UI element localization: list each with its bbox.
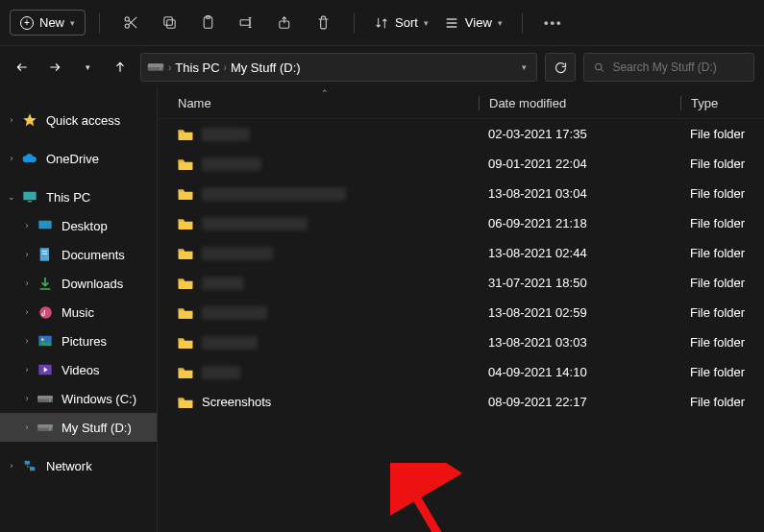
svg-point-18 bbox=[39, 306, 52, 319]
sidebar-item-network[interactable]: › Network bbox=[0, 451, 157, 480]
chevron-down-icon: ▾ bbox=[498, 18, 503, 28]
svg-point-0 bbox=[125, 17, 129, 21]
table-row[interactable]: 04-09-2021 14:10File folder bbox=[158, 357, 764, 387]
arrow-up-icon bbox=[113, 60, 127, 74]
address-bar[interactable]: › This PC› My Stuff (D:) ▾ bbox=[140, 53, 537, 82]
file-name: Screenshots bbox=[202, 395, 271, 409]
clipboard-icon bbox=[200, 14, 216, 31]
sidebar-item-my-stuff-d[interactable]: › My Stuff (D:) bbox=[0, 413, 157, 442]
addr-dropdown[interactable]: ▾ bbox=[518, 62, 530, 72]
chevron-right-icon: › bbox=[224, 62, 227, 73]
svg-point-20 bbox=[41, 338, 44, 341]
sidebar-item-pictures[interactable]: › Pictures bbox=[0, 326, 157, 355]
folder-icon bbox=[177, 217, 194, 230]
sidebar-item-downloads[interactable]: › Downloads bbox=[0, 269, 157, 298]
folder-icon bbox=[177, 247, 194, 260]
view-button[interactable]: View ▾ bbox=[438, 12, 508, 35]
table-row[interactable]: 13-08-2021 03:04File folder bbox=[158, 179, 764, 208]
chevron-right-icon: › bbox=[21, 221, 33, 230]
sidebar-item-videos[interactable]: › Videos bbox=[0, 355, 157, 384]
table-row[interactable]: 13-08-2021 02:59File folder bbox=[158, 298, 764, 327]
column-date[interactable]: Date modified bbox=[479, 96, 680, 110]
table-row[interactable]: Screenshots08-09-2021 22:17File folder bbox=[158, 387, 764, 417]
table-row[interactable]: 31-07-2021 18:50File folder bbox=[158, 268, 764, 298]
cut-button[interactable] bbox=[113, 8, 148, 38]
sidebar-item-quick-access[interactable]: › Quick access bbox=[0, 106, 157, 134]
chevron-right-icon: › bbox=[168, 62, 171, 73]
svg-point-24 bbox=[49, 399, 51, 401]
chevron-right-icon: › bbox=[21, 278, 33, 288]
sidebar-item-this-pc[interactable]: ⌄ This PC bbox=[0, 182, 157, 211]
file-type: File folder bbox=[680, 305, 764, 320]
folder-icon bbox=[177, 128, 194, 141]
search-box[interactable] bbox=[583, 53, 754, 82]
back-button[interactable] bbox=[10, 55, 35, 80]
column-name[interactable]: Name bbox=[171, 96, 479, 110]
svg-line-30 bbox=[405, 477, 486, 532]
breadcrumb-root[interactable]: This PC› bbox=[175, 60, 227, 75]
file-date: 04-09-2021 14:10 bbox=[479, 365, 680, 379]
svg-rect-12 bbox=[23, 192, 36, 201]
chevron-down-icon: ⌄ bbox=[6, 192, 17, 202]
redacted-name bbox=[202, 306, 267, 320]
table-row[interactable]: 13-08-2021 03:03File folder bbox=[158, 327, 764, 357]
new-button[interactable]: + New ▾ bbox=[10, 10, 86, 36]
svg-rect-17 bbox=[42, 254, 47, 254]
search-input[interactable] bbox=[612, 60, 744, 74]
annotation-arrow-icon bbox=[390, 463, 505, 532]
folder-icon bbox=[177, 396, 194, 409]
share-button[interactable] bbox=[267, 8, 302, 38]
redacted-name bbox=[202, 247, 273, 260]
separator bbox=[354, 12, 355, 34]
rename-button[interactable] bbox=[229, 8, 263, 38]
chevron-right-icon: › bbox=[6, 461, 17, 471]
svg-rect-6 bbox=[240, 20, 250, 26]
table-row[interactable]: 09-01-2021 22:04File folder bbox=[158, 149, 764, 179]
svg-rect-16 bbox=[42, 251, 47, 252]
chevron-down-icon: ▾ bbox=[424, 18, 429, 28]
breadcrumb-current[interactable]: My Stuff (D:) bbox=[231, 60, 301, 75]
separator bbox=[522, 12, 523, 34]
forward-button[interactable] bbox=[42, 55, 67, 80]
plus-circle-icon: + bbox=[20, 16, 34, 30]
file-date: 09-01-2021 22:04 bbox=[479, 157, 680, 171]
table-row[interactable]: 13-08-2021 02:44File folder bbox=[158, 238, 764, 268]
file-date: 13-08-2021 03:03 bbox=[479, 335, 680, 350]
recent-button[interactable]: ▾ bbox=[75, 55, 100, 80]
sidebar-item-onedrive[interactable]: › OneDrive bbox=[0, 144, 157, 173]
delete-button[interactable] bbox=[306, 8, 340, 38]
svg-rect-14 bbox=[38, 221, 51, 230]
file-date: 02-03-2021 17:35 bbox=[479, 127, 680, 141]
copy-button[interactable] bbox=[152, 8, 186, 38]
up-button[interactable] bbox=[108, 55, 133, 80]
desktop-icon bbox=[37, 217, 54, 234]
drive-icon bbox=[37, 390, 54, 407]
chevron-down-icon: ▾ bbox=[86, 62, 90, 72]
sort-button[interactable]: Sort ▾ bbox=[368, 12, 434, 35]
paste-button[interactable] bbox=[190, 8, 225, 38]
file-type: File folder bbox=[680, 186, 764, 201]
arrow-right-icon bbox=[48, 60, 62, 74]
share-icon bbox=[277, 14, 293, 31]
sidebar-item-windows-c[interactable]: › Windows (C:) bbox=[0, 384, 157, 413]
sidebar-item-documents[interactable]: › Documents bbox=[0, 240, 157, 269]
scissors-icon bbox=[123, 14, 139, 31]
sidebar-item-desktop[interactable]: › Desktop bbox=[0, 211, 157, 240]
network-icon bbox=[21, 457, 38, 474]
redacted-name bbox=[202, 366, 240, 379]
column-type[interactable]: Type bbox=[680, 96, 764, 110]
drive-icon bbox=[37, 419, 54, 436]
file-type: File folder bbox=[680, 246, 764, 260]
redacted-name bbox=[202, 187, 346, 201]
redacted-name bbox=[202, 128, 250, 141]
file-list-pane: ⌃ Name Date modified Type 02-03-2021 17:… bbox=[158, 88, 764, 532]
sidebar-item-music[interactable]: › Music bbox=[0, 298, 157, 326]
table-row[interactable]: 06-09-2021 21:18File folder bbox=[158, 208, 764, 238]
chevron-right-icon: › bbox=[6, 154, 17, 163]
more-button[interactable]: ••• bbox=[536, 8, 571, 38]
redacted-name bbox=[202, 217, 308, 230]
folder-icon bbox=[177, 366, 194, 379]
refresh-button[interactable] bbox=[545, 53, 576, 82]
videos-icon bbox=[37, 361, 54, 378]
table-row[interactable]: 02-03-2021 17:35File folder bbox=[158, 119, 764, 149]
